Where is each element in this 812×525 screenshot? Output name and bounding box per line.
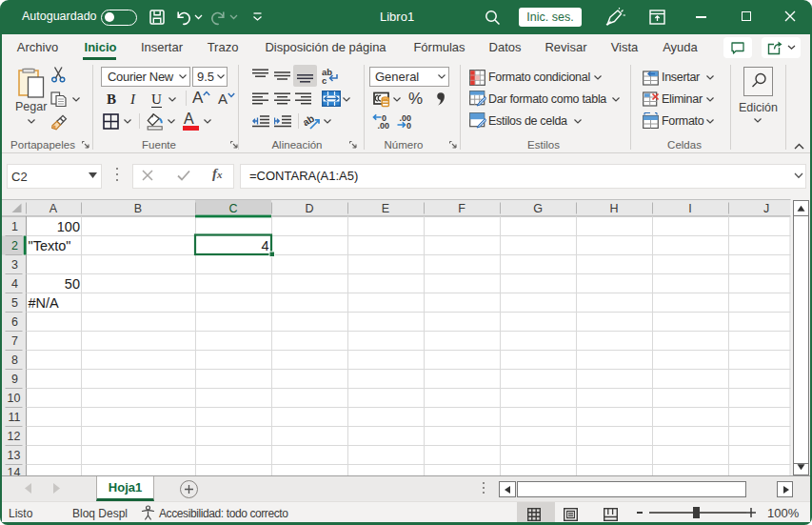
svg-text:D: D — [305, 202, 313, 215]
svg-text:ab: ab — [304, 113, 316, 129]
svg-text:4: 4 — [261, 238, 268, 253]
svg-text:2: 2 — [11, 239, 18, 252]
svg-text:8: 8 — [11, 353, 18, 367]
svg-text:c: c — [322, 75, 327, 85]
svg-text:#N/A: #N/A — [29, 295, 60, 311]
svg-text:H: H — [609, 202, 618, 215]
svg-text:3: 3 — [11, 258, 18, 272]
svg-text:5: 5 — [11, 296, 18, 310]
svg-text:0: 0 — [406, 121, 411, 129]
svg-text:A: A — [50, 202, 58, 215]
svg-text:13: 13 — [8, 449, 21, 462]
svg-text:6: 6 — [11, 315, 18, 329]
svg-text:10: 10 — [8, 392, 21, 405]
svg-text:F: F — [458, 202, 465, 215]
svg-text:50: 50 — [65, 276, 80, 292]
svg-text:J: J — [763, 202, 769, 215]
svg-text:B: B — [134, 202, 142, 215]
svg-text:G: G — [533, 202, 543, 215]
svg-text:.00: .00 — [378, 121, 390, 129]
svg-text:I: I — [688, 202, 691, 215]
svg-text:C: C — [228, 202, 237, 215]
svg-text:1: 1 — [11, 220, 18, 233]
svg-text:4: 4 — [11, 277, 18, 291]
svg-text:100: 100 — [57, 219, 80, 234]
svg-text:11: 11 — [9, 411, 21, 424]
svg-text:7: 7 — [11, 334, 18, 348]
svg-text:9: 9 — [11, 373, 18, 386]
svg-text:E: E — [382, 202, 389, 215]
svg-text:"Texto": "Texto" — [29, 238, 71, 253]
svg-text:12: 12 — [8, 430, 21, 443]
